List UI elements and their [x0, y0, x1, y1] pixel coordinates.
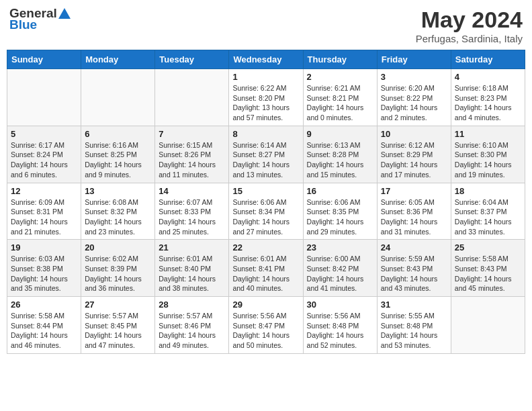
day-number: 29 [232, 300, 299, 310]
calendar-day-cell-24: 24Sunrise: 5:59 AMSunset: 8:43 PMDayligh… [377, 240, 451, 297]
day-info: Sunrise: 5:57 AMSunset: 8:45 PMDaylight:… [85, 311, 151, 351]
calendar-day-cell-22: 22Sunrise: 6:01 AMSunset: 8:41 PMDayligh… [229, 240, 303, 297]
calendar-header-monday: Monday [81, 50, 155, 69]
day-number: 3 [381, 72, 447, 82]
day-info: Sunrise: 6:16 AMSunset: 8:25 PMDaylight:… [85, 140, 151, 180]
calendar-day-cell-6: 6Sunrise: 6:16 AMSunset: 8:25 PMDaylight… [81, 126, 155, 183]
day-number: 23 [307, 242, 373, 253]
day-number: 27 [85, 300, 151, 310]
calendar-header-sunday: Sunday [7, 50, 81, 69]
calendar-day-cell-9: 9Sunrise: 6:13 AMSunset: 8:28 PMDaylight… [303, 126, 377, 183]
calendar-week-row-1: 1Sunrise: 6:22 AMSunset: 8:20 PMDaylight… [7, 69, 525, 126]
day-number: 8 [232, 129, 299, 139]
calendar-week-row-5: 26Sunrise: 5:58 AMSunset: 8:44 PMDayligh… [7, 297, 525, 354]
day-info: Sunrise: 5:58 AMSunset: 8:43 PMDaylight:… [455, 254, 521, 293]
calendar-day-cell-23: 23Sunrise: 6:00 AMSunset: 8:42 PMDayligh… [303, 240, 377, 297]
calendar-day-cell-30: 30Sunrise: 5:56 AMSunset: 8:48 PMDayligh… [303, 297, 377, 354]
day-info: Sunrise: 6:05 AMSunset: 8:36 PMDaylight:… [381, 197, 447, 237]
day-number: 2 [307, 72, 373, 82]
day-number: 20 [85, 242, 151, 253]
calendar-table: SundayMondayTuesdayWednesdayThursdayFrid… [7, 50, 525, 354]
day-info: Sunrise: 6:21 AMSunset: 8:21 PMDaylight:… [307, 83, 373, 123]
calendar-header-friday: Friday [377, 50, 451, 69]
calendar-day-cell-10: 10Sunrise: 6:12 AMSunset: 8:29 PMDayligh… [377, 126, 451, 183]
calendar-day-cell-15: 15Sunrise: 6:06 AMSunset: 8:34 PMDayligh… [229, 183, 303, 240]
calendar-day-cell-31: 31Sunrise: 5:55 AMSunset: 8:48 PMDayligh… [377, 297, 451, 354]
day-number: 14 [159, 186, 225, 196]
calendar-day-cell-13: 13Sunrise: 6:08 AMSunset: 8:32 PMDayligh… [81, 183, 155, 240]
day-number: 9 [307, 129, 373, 139]
day-number: 22 [232, 242, 299, 253]
calendar-day-cell-14: 14Sunrise: 6:07 AMSunset: 8:33 PMDayligh… [155, 183, 229, 240]
calendar-day-cell-17: 17Sunrise: 6:05 AMSunset: 8:36 PMDayligh… [377, 183, 451, 240]
calendar-header-row: SundayMondayTuesdayWednesdayThursdayFrid… [7, 50, 525, 69]
calendar-day-cell-21: 21Sunrise: 6:01 AMSunset: 8:40 PMDayligh… [155, 240, 229, 297]
day-number: 1 [232, 72, 299, 82]
day-number: 7 [159, 129, 225, 139]
day-number: 21 [159, 242, 225, 253]
calendar-header-tuesday: Tuesday [155, 50, 229, 69]
page-header: General Blue May 2024 Perfugas, Sardinia… [7, 7, 525, 44]
day-info: Sunrise: 6:09 AMSunset: 8:31 PMDaylight:… [11, 197, 77, 237]
calendar-day-cell-3: 3Sunrise: 6:20 AMSunset: 8:22 PMDaylight… [377, 69, 451, 126]
calendar-day-cell-16: 16Sunrise: 6:06 AMSunset: 8:35 PMDayligh… [303, 183, 377, 240]
day-info: Sunrise: 6:15 AMSunset: 8:26 PMDaylight:… [159, 140, 225, 180]
calendar-day-cell-5: 5Sunrise: 6:17 AMSunset: 8:24 PMDaylight… [7, 126, 81, 183]
calendar-day-cell-11: 11Sunrise: 6:10 AMSunset: 8:30 PMDayligh… [451, 126, 525, 183]
day-info: Sunrise: 5:58 AMSunset: 8:44 PMDaylight:… [11, 311, 77, 351]
day-number: 11 [455, 129, 521, 139]
calendar-week-row-2: 5Sunrise: 6:17 AMSunset: 8:24 PMDaylight… [7, 126, 525, 183]
day-number: 4 [455, 72, 521, 82]
day-number: 30 [307, 300, 373, 310]
calendar-empty-cell [7, 69, 81, 126]
logo-icon [58, 7, 71, 21]
calendar-header-thursday: Thursday [303, 50, 377, 69]
day-number: 18 [455, 186, 521, 196]
day-info: Sunrise: 6:13 AMSunset: 8:28 PMDaylight:… [307, 140, 373, 180]
day-number: 31 [381, 300, 447, 310]
day-info: Sunrise: 6:06 AMSunset: 8:34 PMDaylight:… [232, 197, 299, 237]
day-number: 28 [159, 300, 225, 310]
day-info: Sunrise: 6:07 AMSunset: 8:33 PMDaylight:… [159, 197, 225, 237]
calendar-day-cell-27: 27Sunrise: 5:57 AMSunset: 8:45 PMDayligh… [81, 297, 155, 354]
calendar-day-cell-12: 12Sunrise: 6:09 AMSunset: 8:31 PMDayligh… [7, 183, 81, 240]
day-number: 6 [85, 129, 151, 139]
calendar-day-cell-4: 4Sunrise: 6:18 AMSunset: 8:23 PMDaylight… [451, 69, 525, 126]
day-number: 15 [232, 186, 299, 196]
day-info: Sunrise: 5:55 AMSunset: 8:48 PMDaylight:… [381, 311, 447, 351]
day-number: 12 [11, 186, 77, 196]
calendar-week-row-3: 12Sunrise: 6:09 AMSunset: 8:31 PMDayligh… [7, 183, 525, 240]
day-info: Sunrise: 5:57 AMSunset: 8:46 PMDaylight:… [159, 311, 225, 351]
calendar-empty-cell [451, 297, 525, 354]
day-number: 25 [455, 242, 521, 253]
calendar-day-cell-18: 18Sunrise: 6:04 AMSunset: 8:37 PMDayligh… [451, 183, 525, 240]
day-info: Sunrise: 6:12 AMSunset: 8:29 PMDaylight:… [381, 140, 447, 180]
day-number: 17 [381, 186, 447, 196]
logo: General Blue [9, 7, 71, 31]
day-info: Sunrise: 6:10 AMSunset: 8:30 PMDaylight:… [455, 140, 521, 180]
day-number: 10 [381, 129, 447, 139]
day-number: 19 [11, 242, 77, 253]
day-info: Sunrise: 6:06 AMSunset: 8:35 PMDaylight:… [307, 197, 373, 237]
day-info: Sunrise: 5:56 AMSunset: 8:48 PMDaylight:… [307, 311, 373, 351]
calendar-header-saturday: Saturday [451, 50, 525, 69]
day-info: Sunrise: 6:08 AMSunset: 8:32 PMDaylight:… [85, 197, 151, 237]
month-title: May 2024 [416, 7, 523, 33]
day-info: Sunrise: 6:04 AMSunset: 8:37 PMDaylight:… [455, 197, 521, 237]
day-number: 16 [307, 186, 373, 196]
day-info: Sunrise: 6:02 AMSunset: 8:39 PMDaylight:… [85, 254, 151, 293]
day-number: 24 [381, 242, 447, 253]
day-info: Sunrise: 6:01 AMSunset: 8:40 PMDaylight:… [159, 254, 225, 293]
day-info: Sunrise: 6:22 AMSunset: 8:20 PMDaylight:… [232, 83, 299, 123]
calendar-day-cell-2: 2Sunrise: 6:21 AMSunset: 8:21 PMDaylight… [303, 69, 377, 126]
day-number: 5 [11, 129, 77, 139]
calendar-day-cell-26: 26Sunrise: 5:58 AMSunset: 8:44 PMDayligh… [7, 297, 81, 354]
calendar-day-cell-28: 28Sunrise: 5:57 AMSunset: 8:46 PMDayligh… [155, 297, 229, 354]
day-number: 26 [11, 300, 77, 310]
title-section: May 2024 Perfugas, Sardinia, Italy [416, 7, 523, 44]
day-info: Sunrise: 5:59 AMSunset: 8:43 PMDaylight:… [381, 254, 447, 293]
calendar-day-cell-7: 7Sunrise: 6:15 AMSunset: 8:26 PMDaylight… [155, 126, 229, 183]
day-info: Sunrise: 6:20 AMSunset: 8:22 PMDaylight:… [381, 83, 447, 123]
day-info: Sunrise: 6:14 AMSunset: 8:27 PMDaylight:… [232, 140, 299, 180]
calendar-day-cell-29: 29Sunrise: 5:56 AMSunset: 8:47 PMDayligh… [229, 297, 303, 354]
